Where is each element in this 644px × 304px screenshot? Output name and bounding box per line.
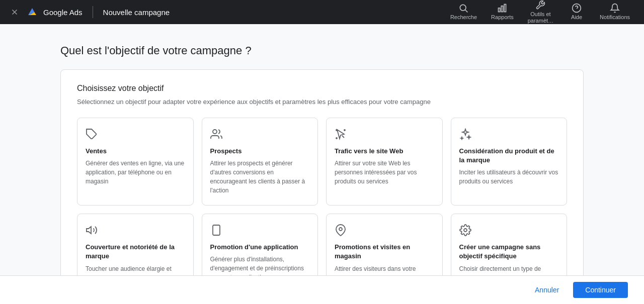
objective-ventes-name: Ventes (86, 147, 185, 156)
objective-couverture-name: Couverture et notoriété de la marque (86, 243, 185, 261)
nav-notifications-label: Notifications (600, 14, 630, 21)
objective-consideration-desc: Inciter les utilisateurs à découvrir vos… (459, 168, 559, 186)
tag-icon (86, 128, 185, 142)
objective-prospects-desc: Attirer les prospects et générer d'autre… (210, 159, 310, 195)
svg-point-15 (336, 138, 337, 139)
logo-text: Google Ads (43, 8, 83, 17)
objective-prospects-name: Prospects (210, 147, 310, 156)
svg-point-19 (339, 228, 342, 231)
objective-trafic-web[interactable]: Trafic vers le site Web Attirer sur votr… (326, 118, 443, 206)
bar-chart-icon (497, 3, 507, 13)
sparkles-icon (459, 128, 559, 142)
objective-consideration-name: Considération du produit et de la marque (459, 147, 559, 165)
topnav-right: Recherche Rapports Outils etparamèt… (444, 0, 636, 26)
svg-point-4 (460, 5, 466, 11)
objective-application-name: Promotion d'une application (210, 243, 310, 252)
nav-page-title: Nouvelle campagne (103, 8, 170, 17)
nav-item-recherche[interactable]: Recherche (444, 1, 483, 23)
close-button[interactable] (8, 6, 21, 19)
google-ads-logo (25, 5, 39, 19)
nav-item-notifications[interactable]: Notifications (594, 1, 636, 23)
objective-ventes-desc: Générer des ventes en ligne, via une app… (86, 159, 185, 186)
nav-item-outils[interactable]: Outils etparamèt… (522, 0, 559, 26)
card-title: Choisissez votre objectif (77, 84, 567, 93)
help-icon (572, 3, 582, 13)
nav-aide-label: Aide (571, 14, 582, 21)
tools-icon (535, 0, 545, 10)
svg-rect-6 (499, 8, 500, 12)
bottom-bar: Annuler Continuer (0, 275, 644, 304)
google-logo-icon (25, 5, 39, 19)
topnav: Google Ads Nouvelle campagne Recherche R… (0, 0, 644, 24)
speaker-icon (86, 224, 185, 238)
svg-point-20 (464, 229, 467, 232)
topnav-left: Google Ads Nouvelle campagne (8, 5, 444, 19)
objective-sans-objectif-name: Créer une campagne sans objectif spécifi… (459, 243, 559, 261)
svg-point-12 (213, 130, 217, 134)
nav-item-rapports[interactable]: Rapports (485, 1, 520, 23)
objective-promotions-name: Promotions et visites en magasin (335, 243, 434, 261)
svg-rect-7 (502, 6, 503, 12)
mobile-icon (210, 224, 310, 238)
nav-rapports-label: Rapports (491, 14, 514, 21)
svg-line-5 (465, 10, 468, 13)
settings-icon (459, 224, 559, 238)
continue-button[interactable]: Continuer (573, 282, 628, 298)
cancel-button[interactable]: Annuler (527, 282, 567, 298)
bell-icon (610, 3, 620, 13)
objective-trafic-name: Trafic vers le site Web (335, 147, 434, 156)
objective-prospects[interactable]: Prospects Attirer les prospects et génér… (202, 118, 318, 206)
nav-item-aide[interactable]: Aide (561, 1, 592, 23)
search-icon (458, 3, 468, 13)
svg-marker-16 (87, 227, 91, 234)
objective-trafic-desc: Attirer sur votre site Web les personnes… (335, 159, 434, 186)
page-heading: Quel est l'objectif de votre campagne ? (60, 44, 584, 57)
main-content: Quel est l'objectif de votre campagne ? … (0, 24, 644, 304)
objective-consideration[interactable]: Considération du produit et de la marque… (451, 118, 568, 206)
nav-outils-label: Outils etparamèt… (528, 11, 553, 24)
location-icon (335, 224, 434, 238)
svg-point-14 (344, 130, 345, 131)
people-icon (210, 128, 310, 142)
svg-point-13 (336, 130, 337, 131)
sparkle-cursor-icon (335, 128, 434, 142)
svg-rect-8 (505, 5, 506, 12)
nav-divider (93, 6, 93, 18)
card-subtitle: Sélectionnez un objectif pour adapter vo… (77, 98, 567, 106)
objectives-card: Choisissez votre objectif Sélectionnez u… (60, 69, 584, 304)
nav-recherche-label: Recherche (450, 14, 477, 21)
objective-ventes[interactable]: Ventes Générer des ventes en ligne, via … (77, 118, 194, 206)
